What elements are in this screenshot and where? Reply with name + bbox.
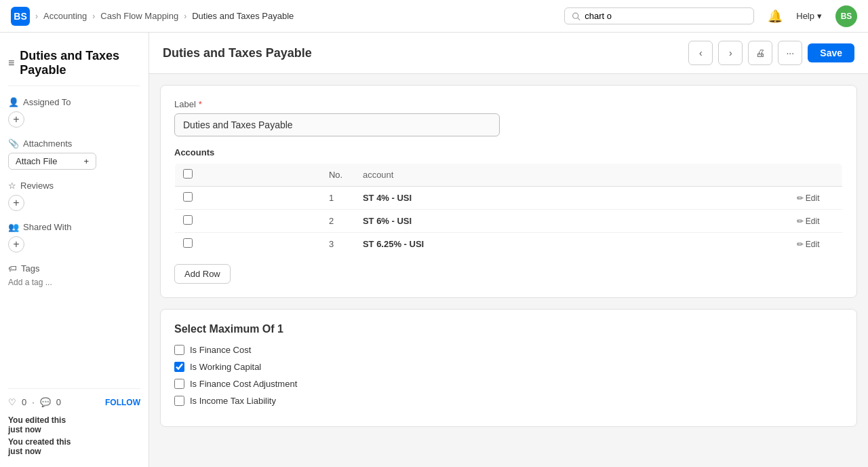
shared-with-header: 👥 Shared With <box>8 222 140 232</box>
next-button[interactable]: › <box>718 41 743 65</box>
select-card: Select Maximum Of 1 Is Finance CostIs Wo… <box>160 309 857 427</box>
content-title: Duties and Taxes Payable <box>163 46 683 60</box>
activity-item-2: You created this just now <box>8 437 140 456</box>
content-header: Duties and Taxes Payable ‹ › 🖨 ··· Save <box>149 33 868 74</box>
select-option-1: Is Working Capital <box>174 362 843 372</box>
print-icon: 🖨 <box>755 48 765 58</box>
help-button[interactable]: Help ▾ <box>791 8 827 24</box>
required-indicator: * <box>199 99 202 109</box>
reviews-section: ☆ Reviews + <box>8 181 140 211</box>
avatar-initials: BS <box>841 12 852 21</box>
row-account: ST 6% - USI <box>355 210 789 233</box>
select-checkbox-0[interactable] <box>174 345 184 355</box>
select-checkbox-1[interactable] <box>174 362 184 372</box>
label-field-label: Label * <box>174 99 843 109</box>
hamburger-icon[interactable]: ≡ <box>8 57 14 69</box>
select-max-title: Select Maximum Of 1 <box>174 323 843 335</box>
more-icon: ··· <box>786 48 794 58</box>
label-input[interactable] <box>174 113 500 136</box>
save-button[interactable]: Save <box>808 43 854 62</box>
row-checkbox-cell <box>175 210 321 233</box>
select-all-checkbox[interactable] <box>183 169 193 179</box>
add-assigned-button[interactable]: + <box>8 111 24 128</box>
add-shared-button[interactable]: + <box>8 236 24 253</box>
select-checkbox-2[interactable] <box>174 379 184 389</box>
no-col-header: No. <box>321 164 355 187</box>
add-row-button[interactable]: Add Row <box>174 264 231 284</box>
attachments-label: Attachments <box>23 138 72 149</box>
comment-icon[interactable]: 💬 <box>40 397 51 407</box>
page-title-row: ≡ Duties and Taxes Payable <box>8 43 140 86</box>
plus-icon: + <box>83 156 89 166</box>
select-option-0: Is Finance Cost <box>174 345 843 355</box>
tags-header: 🏷 Tags <box>8 263 140 274</box>
form-card: Label * Accounts No. account 1 <box>160 85 857 298</box>
likes-row: ♡ 0 · 💬 0 FOLLOW <box>8 397 140 407</box>
sidebar: ≡ Duties and Taxes Payable 👤 Assigned To… <box>0 33 149 467</box>
attach-file-button[interactable]: Attach File + <box>8 153 96 170</box>
row-edit-cell: ✏ Edit <box>789 233 843 256</box>
edit-col-header <box>789 164 843 187</box>
chevron-left-icon: ‹ <box>699 48 703 58</box>
edit-link[interactable]: ✏ Edit <box>797 240 835 249</box>
chevron-down-icon: ▾ <box>817 11 822 21</box>
shared-with-section: 👥 Shared With + <box>8 222 140 253</box>
main-layout: ≡ Duties and Taxes Payable 👤 Assigned To… <box>0 33 868 467</box>
breadcrumb-accounting[interactable]: Accounting <box>43 11 87 21</box>
comments-count: 0 <box>56 397 61 407</box>
row-no: 3 <box>321 233 355 256</box>
help-label: Help <box>796 11 814 21</box>
dot-sep: · <box>32 397 35 407</box>
table-row: 3 ST 6.25% - USI ✏ Edit <box>175 233 843 256</box>
action-2: created this <box>25 437 71 447</box>
svg-point-0 <box>573 13 578 18</box>
row-account: ST 4% - USI <box>355 187 789 210</box>
activity-item-1: You edited this just now <box>8 415 140 434</box>
reviews-label: Reviews <box>20 181 54 191</box>
print-button[interactable]: 🖨 <box>748 41 772 65</box>
checkbox-col-header <box>175 164 321 187</box>
logo-text: BS <box>14 11 26 22</box>
select-option-label-2: Is Finance Cost Adjustment <box>190 379 297 389</box>
row-checkbox[interactable] <box>183 215 193 225</box>
star-icon: ☆ <box>8 181 16 191</box>
account-col-header: account <box>355 164 789 187</box>
avatar[interactable]: BS <box>835 5 857 27</box>
follow-button[interactable]: FOLLOW <box>105 398 140 407</box>
add-tag-link[interactable]: Add a tag ... <box>8 278 140 287</box>
breadcrumb-sep-3: › <box>184 12 186 21</box>
time-1: just now <box>8 425 41 434</box>
select-option-label-0: Is Finance Cost <box>190 345 251 355</box>
more-button[interactable]: ··· <box>778 41 802 65</box>
breadcrumb-sep-1: › <box>35 12 38 21</box>
sidebar-bottom: ♡ 0 · 💬 0 FOLLOW You edited this just no… <box>8 388 140 456</box>
notifications-button[interactable]: 🔔 <box>768 9 783 24</box>
activity-log: You edited this just now You created thi… <box>8 415 140 456</box>
edit-link[interactable]: ✏ Edit <box>797 193 835 203</box>
attachment-icon: 📎 <box>8 138 19 149</box>
row-edit-cell: ✏ Edit <box>789 187 843 210</box>
breadcrumb-cashflow[interactable]: Cash Flow Mapping <box>100 11 178 21</box>
prev-button[interactable]: ‹ <box>688 41 713 65</box>
select-option-label-1: Is Working Capital <box>190 362 261 372</box>
breadcrumb-current: Duties and Taxes Payable <box>192 11 294 21</box>
search-input[interactable] <box>585 11 747 21</box>
attach-file-label: Attach File <box>16 156 57 166</box>
row-checkbox[interactable] <box>183 192 193 202</box>
add-review-button[interactable]: + <box>8 195 24 211</box>
attachments-section: 📎 Attachments Attach File + <box>8 138 140 170</box>
edit-link[interactable]: ✏ Edit <box>797 217 835 226</box>
row-no: 1 <box>321 187 355 210</box>
row-checkbox[interactable] <box>183 238 193 248</box>
search-box[interactable] <box>564 7 754 24</box>
likes-count: 0 <box>22 397 26 407</box>
select-checkbox-3[interactable] <box>174 396 184 406</box>
heart-icon[interactable]: ♡ <box>8 397 16 407</box>
row-edit-cell: ✏ Edit <box>789 210 843 233</box>
action-1: edited this <box>25 415 66 425</box>
row-no: 2 <box>321 210 355 233</box>
attachments-header: 📎 Attachments <box>8 138 140 149</box>
accounts-table: No. account 1 ST 4% - USI ✏ Edit 2 ST 6%… <box>174 163 843 256</box>
app-logo[interactable]: BS <box>11 7 30 26</box>
shared-icon: 👥 <box>8 222 19 232</box>
